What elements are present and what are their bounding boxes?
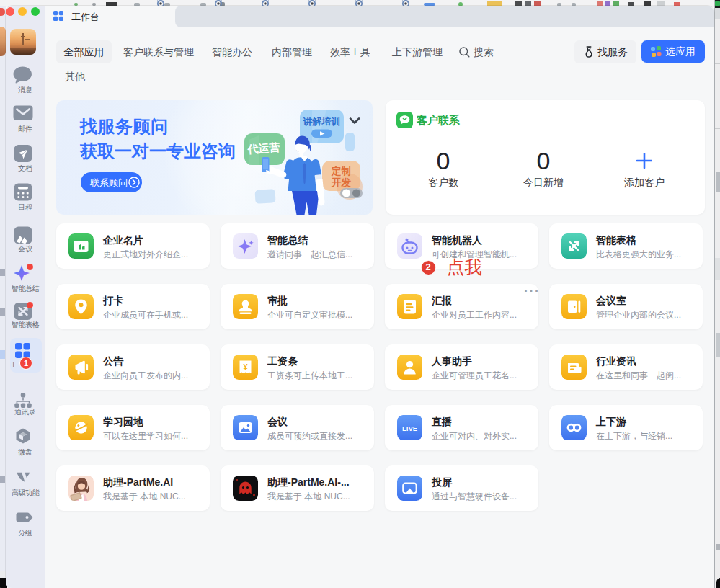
svg-text:¥: ¥	[243, 362, 248, 371]
svg-text:代运营: 代运营	[246, 141, 281, 155]
svg-text:讲解培训: 讲解培训	[303, 116, 341, 127]
svg-text:开发: 开发	[331, 177, 352, 188]
svg-text:LIVE: LIVE	[402, 424, 417, 432]
svg-text:定制: 定制	[331, 166, 351, 177]
